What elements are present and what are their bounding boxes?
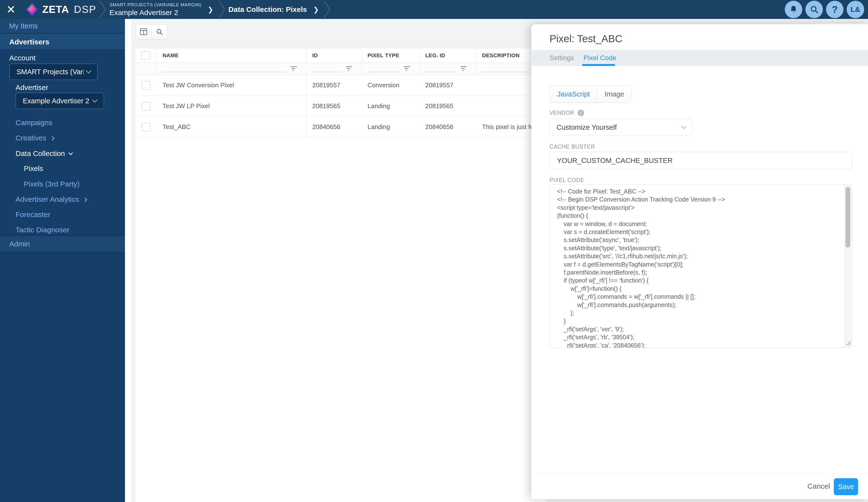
- search-icon: [156, 28, 163, 35]
- sidebar-item-creatives[interactable]: Creatives: [16, 133, 54, 143]
- cell-pixel-type: Landing: [362, 117, 420, 137]
- cell-name: Test_ABC: [157, 117, 307, 137]
- save-button[interactable]: Save: [834, 478, 858, 495]
- breadcrumb-page[interactable]: Data Collection: Pixels: [228, 5, 307, 13]
- vendor-select-value: Customize Yourself: [557, 124, 679, 132]
- cache-buster-input[interactable]: [549, 152, 852, 169]
- filter-icon[interactable]: [345, 65, 353, 73]
- sidebar-item-my-items[interactable]: My Items: [0, 19, 125, 33]
- avatar-initials: L&: [850, 5, 860, 13]
- breadcrumb-account-label: SMART PROJECTS (VARIABLE MARGIN): [110, 2, 202, 8]
- tab-pixel-code[interactable]: Pixel Code: [583, 50, 616, 66]
- column-header-id[interactable]: ID: [307, 48, 362, 63]
- sidebar-item-advertiser-analytics[interactable]: Advertiser Analytics: [16, 194, 86, 205]
- column-header-leg-id[interactable]: LEG. ID: [420, 48, 476, 63]
- filter-icon[interactable]: [290, 65, 298, 73]
- notifications-button[interactable]: [785, 1, 802, 18]
- javascript-toggle-button[interactable]: JavaScript: [550, 86, 597, 103]
- description-filter-input[interactable]: [482, 72, 527, 72]
- pixel-detail-panel: Pixel: Test_ABC Settings Pixel Code Java…: [531, 24, 868, 499]
- sidebar-item-advertisers[interactable]: Advertisers: [0, 34, 125, 50]
- name-filter-input[interactable]: [163, 72, 286, 72]
- cell-name: Test JW Conversion Pixel: [157, 75, 307, 96]
- select-all-cell: [135, 48, 157, 63]
- chevron-down-icon: [681, 124, 686, 129]
- table-row[interactable]: Test JW LP Pixel 20819565 Landing 208195…: [135, 96, 547, 117]
- filter-cell-pixel-type: [362, 63, 420, 75]
- columns-icon: [140, 28, 147, 35]
- breadcrumb-advertiser-label: Example Advertiser 2: [110, 9, 202, 17]
- filter-cell-id: [307, 63, 362, 75]
- columns-button[interactable]: [136, 24, 151, 39]
- tab-settings[interactable]: Settings: [549, 50, 574, 66]
- panel-title: Pixel: Test_ABC: [549, 33, 622, 45]
- close-icon[interactable]: ✕: [0, 3, 22, 16]
- cancel-button[interactable]: Cancel: [807, 482, 830, 490]
- sidebar: My Items Advertisers Account SMART Proje…: [0, 19, 125, 502]
- filter-cell-leg-id: [420, 63, 476, 75]
- id-filter-input[interactable]: [312, 72, 341, 72]
- column-header-pixel-type[interactable]: PIXEL TYPE: [362, 48, 420, 63]
- sidebar-item-pixels-3rd-party[interactable]: Pixels (3rd Party): [24, 179, 80, 189]
- search-button[interactable]: [805, 1, 823, 18]
- grid-toolbar: [136, 24, 167, 39]
- chevron-down-icon: [69, 150, 73, 155]
- zeta-dsp-logo[interactable]: ZETA DSP: [25, 3, 96, 16]
- sidebar-item-tactic-diagnoser[interactable]: Tactic Diagnoser: [16, 225, 69, 235]
- select-all-checkbox[interactable]: [142, 51, 150, 60]
- filter-icon[interactable]: [460, 65, 468, 73]
- vertical-scrollbar-track: [844, 185, 851, 347]
- account-label: Account: [9, 54, 35, 62]
- info-icon[interactable]: i: [578, 109, 584, 116]
- grid-search-button[interactable]: [151, 24, 167, 39]
- filter-icon[interactable]: [403, 65, 411, 73]
- breadcrumb-separator: [323, 0, 331, 19]
- cell-pixel-type: Conversion: [362, 75, 420, 96]
- help-button[interactable]: ?: [826, 1, 844, 18]
- sidebar-item-admin[interactable]: Admin: [0, 236, 125, 252]
- table-row[interactable]: Test_ABC 20840656 Landing 20840656 This …: [135, 117, 547, 137]
- advertiser-label: Advertiser: [16, 83, 48, 92]
- account-select[interactable]: SMART Projects (Variable M...: [9, 64, 98, 80]
- chevron-right-icon[interactable]: ❯: [313, 6, 319, 13]
- table-row[interactable]: Test JW Conversion Pixel 20819557 Conver…: [135, 75, 547, 96]
- row-checkbox[interactable]: [142, 123, 151, 132]
- resize-grip[interactable]: [845, 339, 851, 347]
- image-toggle-button[interactable]: Image: [597, 86, 631, 103]
- column-header-name[interactable]: NAME: [157, 48, 307, 63]
- cache-buster-label: CACHE BUSTER: [549, 144, 595, 150]
- vertical-scrollbar[interactable]: [845, 187, 850, 248]
- breadcrumb-advertiser[interactable]: SMART PROJECTS (VARIABLE MARGIN) Example…: [110, 0, 202, 19]
- cell-leg-id: 20819557: [420, 75, 476, 96]
- pixel-code-content: <!-- Code for Pixel: Test_ABC --> <!-- B…: [550, 185, 852, 347]
- panel-tab-bar: Settings Pixel Code: [531, 50, 868, 66]
- chevron-down-icon: [92, 97, 98, 103]
- cell-id: 20819557: [307, 75, 362, 96]
- cell-pixel-type: Landing: [362, 96, 420, 116]
- chevron-right-icon: [83, 197, 87, 202]
- row-checkbox[interactable]: [142, 102, 151, 111]
- sidebar-item-forecaster[interactable]: Forecaster: [16, 210, 50, 220]
- pixel-type-filter-input[interactable]: [368, 72, 399, 72]
- breadcrumb-separator: [99, 0, 107, 19]
- active-tab-indicator: [582, 64, 615, 66]
- leg-id-filter-input[interactable]: [425, 72, 456, 72]
- vendor-label: VENDOR i: [549, 109, 584, 116]
- cell-id: 20819565: [307, 96, 362, 116]
- table-empty-area: [135, 137, 547, 502]
- user-avatar[interactable]: L&: [847, 1, 864, 18]
- filter-cell-name: [157, 63, 307, 75]
- sidebar-item-data-collection[interactable]: Data Collection: [16, 148, 72, 159]
- advertiser-select[interactable]: Example Advertiser 2: [16, 93, 104, 109]
- sidebar-item-pixels[interactable]: Pixels: [24, 164, 43, 174]
- chevron-down-icon: [86, 68, 92, 74]
- cell-leg-id: 20819565: [420, 96, 476, 116]
- vendor-select[interactable]: Customize Yourself: [549, 119, 693, 136]
- table-header-row: NAME ID PIXEL TYPE LEG. ID DESCRIPTION: [135, 48, 547, 63]
- sidebar-item-campaigns[interactable]: Campaigns: [16, 118, 52, 128]
- pixels-table: NAME ID PIXEL TYPE LEG. ID DESCRIPTION: [135, 48, 547, 502]
- chevron-right-icon[interactable]: ❯: [208, 6, 213, 13]
- row-checkbox[interactable]: [142, 81, 151, 90]
- brand-dsp: DSP: [74, 4, 96, 15]
- pixel-code-textarea[interactable]: <!-- Code for Pixel: Test_ABC --> <!-- B…: [549, 184, 852, 348]
